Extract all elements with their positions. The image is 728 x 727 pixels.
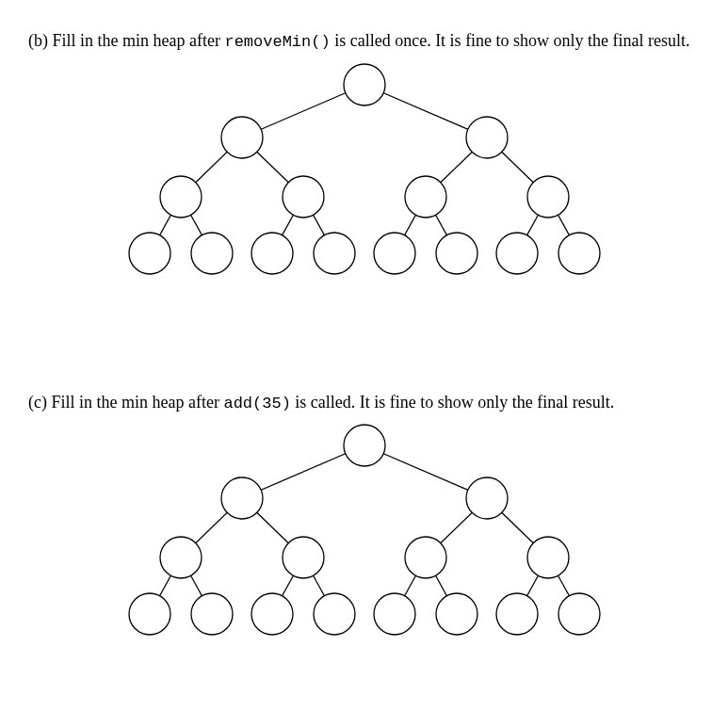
heap-node xyxy=(374,233,415,274)
tree-diagram-b xyxy=(101,60,628,286)
prompt-part-c: (c) Fill in the min heap after add(35) i… xyxy=(28,390,700,416)
heap-node xyxy=(191,233,233,274)
tree-diagram-c xyxy=(101,421,628,647)
heap-node xyxy=(558,233,600,274)
part-b-text-after: is called once. It is fine to show only … xyxy=(331,31,690,50)
heap-node xyxy=(344,425,385,466)
heap-node xyxy=(129,233,170,274)
heap-node xyxy=(527,176,569,218)
heap-node xyxy=(314,593,355,635)
heap-node xyxy=(496,233,538,274)
heap-node xyxy=(405,537,446,578)
heap-node xyxy=(221,477,263,519)
heap-node xyxy=(558,593,600,635)
document-page: (b) Fill in the min heap after removeMin… xyxy=(0,0,728,727)
part-c-text-before: Fill in the min heap after xyxy=(51,393,223,412)
heap-node xyxy=(191,593,233,635)
prompt-part-b: (b) Fill in the min heap after removeMin… xyxy=(28,28,700,55)
part-c-label: (c) xyxy=(28,393,47,412)
heap-node xyxy=(251,593,293,635)
tree-diagram-c-wrap xyxy=(28,421,700,647)
part-c-text-after: is called. It is fine to show only the f… xyxy=(291,393,614,412)
part-b-label: (b) xyxy=(28,31,48,50)
part-b-text-before: Fill in the min heap after xyxy=(53,31,225,50)
heap-node xyxy=(405,176,446,218)
heap-node xyxy=(466,117,508,158)
heap-node xyxy=(496,593,538,635)
heap-node xyxy=(344,64,385,105)
heap-node xyxy=(221,117,263,158)
heap-node xyxy=(251,233,293,274)
heap-node xyxy=(129,593,170,635)
tree-diagram-b-wrap xyxy=(28,60,700,286)
part-c-code: add(35) xyxy=(223,395,290,412)
heap-node xyxy=(160,537,202,578)
heap-node xyxy=(374,593,415,635)
part-b-code: removeMin() xyxy=(224,33,330,51)
spacer xyxy=(28,286,700,373)
heap-node xyxy=(314,233,355,274)
heap-node xyxy=(527,537,569,578)
heap-node xyxy=(160,176,202,218)
heap-node xyxy=(283,537,324,578)
heap-node xyxy=(436,233,477,274)
heap-node xyxy=(283,176,324,218)
heap-node xyxy=(436,593,477,635)
heap-node xyxy=(466,477,508,519)
